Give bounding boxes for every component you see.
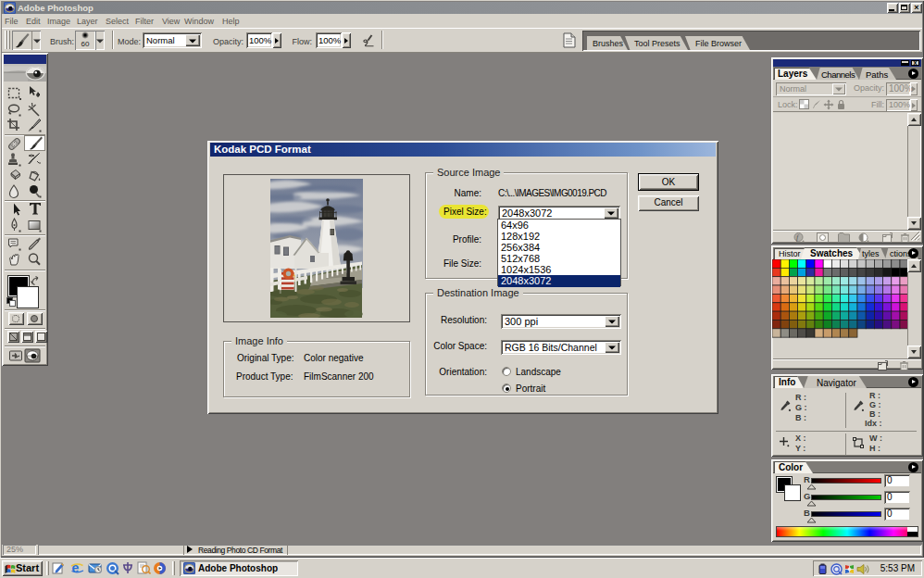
svg-text:e: e xyxy=(72,561,80,575)
